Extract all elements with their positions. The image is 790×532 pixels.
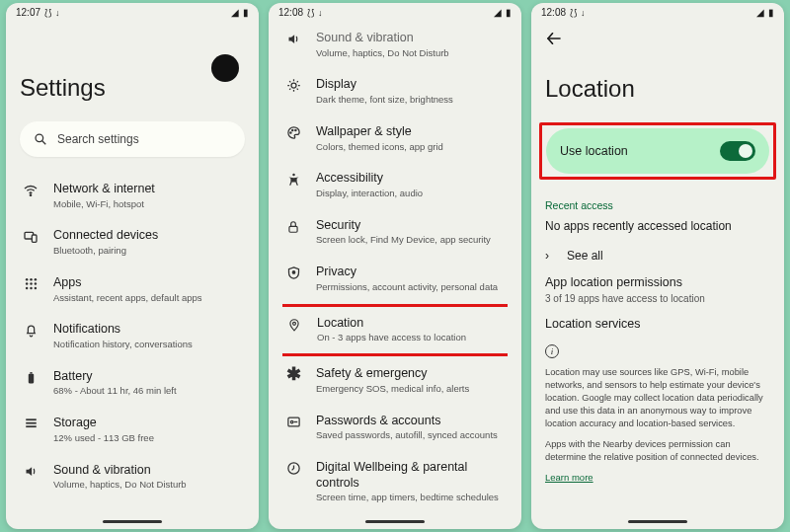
search-placeholder: Search settings	[57, 132, 139, 146]
settings-item-storage[interactable]: Storage12% used - 113 GB free	[20, 407, 245, 453]
settings-item-sound-vibration[interactable]: Sound & vibrationVolume, haptics, Do Not…	[20, 454, 245, 500]
settings-item-display[interactable]: DisplayDark theme, font size, brightness	[282, 68, 508, 114]
svg-line-24	[289, 82, 290, 83]
search-settings-bar[interactable]: Search settings	[20, 121, 245, 157]
battery-icon	[22, 370, 40, 386]
back-arrow-icon[interactable]	[545, 20, 770, 47]
item-title: Safety & emergency	[316, 366, 506, 382]
svg-point-6	[30, 278, 33, 281]
asterisk-icon: ✱	[284, 367, 302, 381]
learn-more-link[interactable]: Learn more	[545, 472, 770, 483]
settings-item-safety-emergency[interactable]: ✱Safety & emergencyEmergency SOS, medica…	[282, 357, 508, 404]
svg-point-9	[30, 282, 33, 285]
item-subtitle: 12% used - 113 GB free	[53, 432, 243, 445]
app-location-permissions-row[interactable]: App location permissions 3 of 19 apps ha…	[545, 275, 770, 305]
apps-icon	[22, 276, 40, 291]
location-icon	[285, 317, 303, 333]
svg-rect-16	[26, 419, 37, 421]
svg-line-27	[296, 82, 297, 83]
svg-point-2	[30, 194, 31, 195]
battery-status-icon: ▮	[768, 7, 774, 18]
bell-icon	[22, 323, 40, 338]
download-icon: ↓	[581, 8, 586, 18]
svg-point-29	[291, 129, 292, 130]
settings-item-notifications[interactable]: NotificationsNotification history, conve…	[20, 313, 245, 359]
settings-item-accessibility[interactable]: AccessibilityDisplay, interaction, audio	[282, 162, 508, 208]
item-subtitle: Volume, haptics, Do Not Disturb	[53, 479, 243, 492]
see-all-row[interactable]: › See all	[545, 249, 770, 263]
use-location-toggle[interactable]	[720, 141, 755, 161]
accessibility-icon	[284, 172, 302, 188]
nfc-icon: ⟅⟆	[570, 8, 578, 18]
item-subtitle: Saved passwords, autofill, synced accoun…	[316, 429, 506, 442]
svg-point-5	[25, 278, 28, 281]
lock-icon	[284, 219, 302, 235]
location-services-row[interactable]: Location services	[545, 317, 770, 333]
item-title: Accessibility	[316, 171, 506, 187]
status-bar: 12:07 ⟅⟆ ↓ ◢ ▮	[6, 3, 259, 20]
item-title: Display	[316, 77, 506, 93]
settings-item-location[interactable]: LocationOn - 3 apps have access to locat…	[283, 307, 507, 353]
display-icon	[284, 78, 302, 93]
settings-item-battery[interactable]: Battery68% - About 11 hr, 46 min left	[20, 360, 245, 407]
settings-item-google[interactable]: GGoogleServices & preferences	[282, 513, 508, 516]
recent-access-label: Recent access	[545, 199, 770, 211]
signal-icon: ◢	[231, 7, 239, 18]
item-title: Notifications	[53, 322, 243, 338]
privacy-icon	[284, 266, 302, 280]
info-icon: i	[545, 344, 559, 358]
svg-point-11	[25, 287, 28, 290]
item-title: Location	[317, 316, 505, 332]
signal-icon: ◢	[756, 7, 764, 18]
search-icon	[34, 132, 47, 146]
page-title: Settings	[20, 74, 245, 102]
svg-rect-4	[32, 235, 37, 242]
no-recent-apps-text: No apps recently accessed location	[545, 219, 770, 233]
svg-point-12	[30, 287, 33, 290]
item-subtitle: Bluetooth, pairing	[53, 245, 243, 258]
battery-status-icon: ▮	[243, 7, 249, 18]
settings-scroll-screen: 12:08 ⟅⟆ ↓ ◢ ▮ Sound & vibrationVolume, …	[269, 3, 521, 529]
item-subtitle: 68% - About 11 hr, 46 min left	[53, 385, 243, 398]
status-time: 12:07	[16, 7, 40, 18]
item-subtitle: Emergency SOS, medical info, alerts	[316, 383, 506, 396]
item-subtitle: Mobile, Wi-Fi, hotspot	[53, 198, 243, 211]
item-title: Privacy	[316, 265, 506, 280]
settings-item-privacy[interactable]: PrivacyPermissions, account activity, pe…	[282, 256, 508, 302]
status-left-icons: ⟅⟆ ↓	[307, 8, 323, 18]
settings-item-apps[interactable]: AppsAssistant, recent apps, default apps	[20, 266, 245, 313]
home-indicator[interactable]	[628, 520, 687, 523]
settings-item-connected-devices[interactable]: Connected devicesBluetooth, pairing	[20, 219, 245, 266]
svg-point-34	[293, 322, 296, 325]
avatar[interactable]	[211, 54, 239, 82]
svg-point-36	[290, 420, 293, 423]
page-title: Location	[545, 75, 770, 103]
item-title: Battery	[53, 369, 243, 385]
item-subtitle: Screen lock, Find My Device, app securit…	[316, 234, 506, 247]
item-subtitle: Dark theme, font size, brightness	[316, 94, 506, 107]
settings-item-digital-wellbeing-parental-controls[interactable]: Digital Wellbeing & parental controlsScr…	[282, 451, 508, 513]
status-time: 12:08	[541, 7, 566, 18]
settings-item-passwords-accounts[interactable]: Passwords & accountsSaved passwords, aut…	[282, 405, 508, 451]
nfc-icon: ⟅⟆	[307, 8, 315, 18]
item-subtitle: On - 3 apps have access to location	[317, 332, 505, 344]
signal-icon: ◢	[494, 7, 502, 18]
item-title: Sound & vibration	[53, 463, 243, 479]
item-subtitle: Screen time, app timers, bedtime schedul…	[316, 492, 506, 504]
svg-point-13	[34, 287, 37, 290]
svg-rect-32	[289, 226, 297, 232]
location-screen: 12:08 ⟅⟆ ↓ ◢ ▮ Location Use location Rec…	[531, 3, 784, 529]
home-indicator[interactable]	[365, 520, 425, 523]
settings-item-security[interactable]: SecurityScreen lock, Find My Device, app…	[282, 209, 508, 256]
item-title: Storage	[53, 416, 243, 431]
home-indicator[interactable]	[103, 520, 162, 523]
item-title: Apps	[53, 275, 243, 291]
settings-item-wallpaper-style[interactable]: Wallpaper & styleColors, themed icons, a…	[282, 115, 508, 162]
use-location-row[interactable]: Use location	[546, 128, 769, 174]
settings-item-sound-vibration[interactable]: Sound & vibrationVolume, haptics, Do Not…	[282, 22, 508, 68]
item-subtitle: Assistant, recent apps, default apps	[53, 292, 243, 305]
settings-item-network-internet[interactable]: Network & internetMobile, Wi-Fi, hotspot	[20, 173, 245, 219]
svg-point-0	[36, 134, 43, 142]
item-subtitle: Colors, themed icons, app grid	[316, 141, 506, 154]
wifi-icon	[22, 183, 40, 198]
